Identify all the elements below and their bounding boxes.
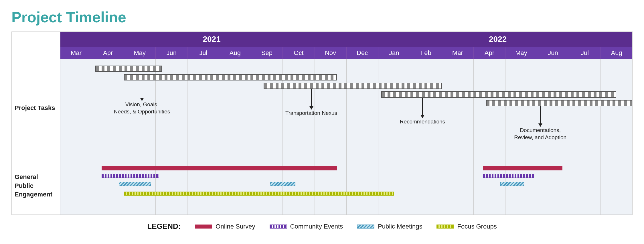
- public-engagement-grid: [60, 157, 632, 215]
- annotation-0: Vision, Goals,Needs, & Opportunities: [114, 80, 170, 115]
- month-feb: Feb: [410, 47, 442, 59]
- task-bar-4: [486, 100, 632, 106]
- task-bar-0: [95, 66, 162, 72]
- annotation-text-2: Recommendations: [400, 118, 445, 125]
- year-2022: 2022: [363, 32, 632, 47]
- survey-bar-0: [102, 166, 337, 170]
- month-apr: Apr: [92, 47, 124, 59]
- month-jul2: Jul: [569, 47, 601, 59]
- annotation-2: Recommendations: [400, 98, 445, 125]
- legend-item-focus: Focus Groups: [436, 223, 497, 230]
- month-jun2: Jun: [537, 47, 569, 59]
- month-oct: Oct: [283, 47, 315, 59]
- community-swatch: [270, 225, 287, 229]
- project-tasks-grid: Vision, Goals,Needs, & OpportunitiesTran…: [60, 59, 632, 157]
- annotation-text-0: Vision, Goals,Needs, & Opportunities: [114, 101, 170, 115]
- month-nov: Nov: [315, 47, 347, 59]
- task-bar-1: [124, 74, 337, 80]
- month-header: Mar Apr May Jun Jul Aug Sep Oct Nov Dec …: [12, 47, 632, 59]
- legend-item-community: Community Events: [270, 223, 343, 230]
- focus-label: Focus Groups: [457, 223, 497, 230]
- public-label: Public Meetings: [378, 223, 422, 230]
- month-sep: Sep: [251, 47, 283, 59]
- project-tasks-row: Project Tasks Vision, Goals,Needs, & Opp…: [12, 59, 632, 157]
- year-2021: 2021: [60, 32, 363, 47]
- focus-bar-0: [124, 192, 394, 196]
- month-jul1: Jul: [187, 47, 219, 59]
- page-title: Project Timeline: [11, 9, 633, 26]
- month-dec: Dec: [347, 47, 378, 59]
- task-bar-2: [264, 83, 442, 89]
- annotation-text-3: Documentations,Review, and Adoption: [514, 127, 566, 141]
- annotation-text-1: Transportation Nexus: [285, 110, 337, 117]
- month-apr2: Apr: [474, 47, 505, 59]
- focus-swatch: [436, 225, 454, 229]
- public-engagement-label: General Public Engagement: [12, 157, 60, 215]
- month-mar1: Mar: [60, 47, 92, 59]
- survey-label: Online Survey: [216, 223, 255, 230]
- legend-label: LEGEND:: [147, 222, 181, 231]
- month-aug1: Aug: [219, 47, 251, 59]
- timeline-wrapper: 2021 2022 Mar Apr May Jun Jul Aug Sep Oc…: [11, 32, 633, 215]
- community-label: Community Events: [290, 223, 343, 230]
- month-mar2: Mar: [442, 47, 474, 59]
- community-bar-1: [483, 174, 534, 178]
- month-may1: May: [124, 47, 156, 59]
- legend-item-survey: Online Survey: [195, 223, 255, 230]
- public-engagement-row: General Public Engagement: [12, 157, 632, 215]
- public-swatch: [357, 225, 374, 229]
- month-jun1: Jun: [156, 47, 187, 59]
- project-tasks-label: Project Tasks: [12, 59, 60, 157]
- community-bar-0: [102, 174, 159, 178]
- month-aug2: Aug: [601, 47, 632, 59]
- public-bar-2: [500, 182, 524, 186]
- legend: LEGEND: Online Survey Community Events P…: [11, 215, 633, 234]
- legend-item-public: Public Meetings: [357, 223, 422, 230]
- month-jan: Jan: [378, 47, 410, 59]
- public-bar-1: [270, 182, 296, 186]
- month-may2: May: [505, 47, 537, 59]
- survey-swatch: [195, 225, 212, 229]
- annotation-1: Transportation Nexus: [285, 89, 337, 117]
- public-bar-0: [119, 182, 151, 186]
- task-bar-3: [381, 91, 616, 98]
- year-header: 2021 2022: [12, 32, 632, 47]
- survey-bar-1: [483, 166, 562, 170]
- annotation-3: Documentations,Review, and Adoption: [514, 106, 566, 141]
